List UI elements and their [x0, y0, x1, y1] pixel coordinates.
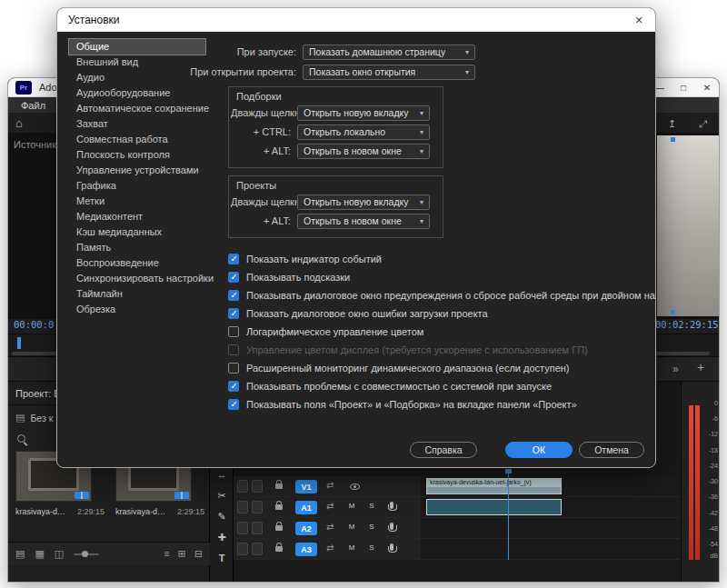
- sync-lock-icon[interactable]: ⇄: [326, 522, 334, 532]
- checkbox-row[interactable]: Расширенный мониторинг динамического диа…: [228, 359, 646, 377]
- project-panel-toolbar: ▤ ▦ ◫ ≡ ⊞ ⊟: [8, 542, 210, 565]
- audio-meter-bar: [689, 405, 693, 560]
- checkbox-row[interactable]: Показывать проблемы с совместимостью с с…: [228, 377, 646, 395]
- razor-tool[interactable]: ✂: [210, 490, 234, 502]
- track-select-tool[interactable]: ↔: [210, 469, 234, 480]
- bins-double-click-select[interactable]: Открыть новую вкладку ▾: [297, 105, 430, 121]
- startup-select[interactable]: Показать домашнюю страницу ▾: [303, 45, 475, 60]
- bins-ctrl-select[interactable]: Открыть локально ▾: [297, 125, 430, 140]
- solo-button[interactable]: S: [366, 502, 377, 510]
- track-badge[interactable]: V1: [295, 480, 317, 493]
- track-badge[interactable]: A1: [295, 501, 317, 514]
- mute-button[interactable]: M: [346, 543, 357, 552]
- voiceover-mic-icon[interactable]: [390, 523, 393, 530]
- checkbox[interactable]: [228, 254, 239, 264]
- checkbox[interactable]: [228, 272, 239, 283]
- panel-more-icon[interactable]: »: [672, 363, 679, 375]
- lock-icon[interactable]: [275, 546, 283, 552]
- checkbox-row[interactable]: Показывать подсказки: [228, 268, 646, 286]
- lock-icon[interactable]: [275, 483, 283, 489]
- checkbox[interactable]: [228, 326, 239, 337]
- video-clip[interactable]: krasivaya-devuska-tan-uet-jarko_(v): [426, 478, 562, 494]
- track-badge[interactable]: A3: [295, 543, 317, 556]
- hand-tool[interactable]: ✚: [210, 532, 234, 543]
- checkbox[interactable]: [228, 363, 239, 374]
- home-icon[interactable]: ⌂: [15, 116, 23, 130]
- checkbox-label: Расширенный мониторинг динамического диа…: [246, 363, 570, 374]
- field-label: + ALT:: [231, 145, 297, 156]
- fullscreen-icon[interactable]: ⤢: [699, 118, 707, 130]
- ok-button[interactable]: ОК: [505, 442, 573, 458]
- field-label: При открытии проекта:: [184, 66, 303, 77]
- new-bin-icon[interactable]: ⊞: [178, 549, 186, 559]
- maximize-button[interactable]: □: [672, 78, 695, 96]
- menu-file[interactable]: Файл: [14, 100, 53, 111]
- field-label: Дважды щелкните:: [231, 107, 297, 118]
- solo-button[interactable]: S: [366, 523, 377, 531]
- projects-double-click-select[interactable]: Открыть новую вкладку ▾: [297, 194, 430, 210]
- delete-icon[interactable]: ⊟: [194, 549, 203, 559]
- checkbox-row[interactable]: Показать индикатор событий: [228, 250, 646, 268]
- sync-lock-icon[interactable]: ⇄: [326, 501, 334, 511]
- list-view-icon[interactable]: ▤: [15, 549, 25, 559]
- checkbox-row[interactable]: Показывать поля «Проект» и «Подборка» на…: [228, 395, 646, 414]
- mute-button[interactable]: M: [346, 523, 357, 531]
- type-tool[interactable]: T: [210, 553, 234, 563]
- track-badge[interactable]: A2: [295, 522, 317, 535]
- open-project-select[interactable]: Показать окно открытия ▾: [303, 65, 475, 80]
- audio-clip[interactable]: [426, 499, 562, 515]
- projects-alt-select[interactable]: Открыть в новом окне ▾: [297, 214, 430, 229]
- transform-handle[interactable]: [671, 310, 675, 314]
- bin-row[interactable]: ▤ Без к: [15, 412, 53, 424]
- timeline-playhead[interactable]: [508, 469, 509, 560]
- bins-alt-select[interactable]: Открыть в новом окне ▾: [297, 144, 430, 159]
- source-patch[interactable]: [252, 522, 263, 534]
- program-timecode[interactable]: 00:02:29:15: [655, 319, 719, 330]
- checkbox-row[interactable]: Показать диалоговое окно ошибки загрузки…: [228, 304, 646, 323]
- source-patch[interactable]: [237, 501, 248, 513]
- cancel-button[interactable]: Отмена: [579, 442, 644, 458]
- lock-icon[interactable]: [275, 504, 283, 510]
- source-patch[interactable]: [237, 543, 248, 555]
- source-patch[interactable]: [252, 480, 263, 493]
- sync-lock-icon[interactable]: ⇄: [326, 480, 334, 490]
- icon-view-icon[interactable]: ▦: [35, 549, 44, 559]
- checkbox-row[interactable]: Управление цветом дисплея (требуется уск…: [228, 341, 646, 359]
- help-button[interactable]: Справка: [410, 442, 477, 458]
- search-icon[interactable]: [17, 434, 25, 443]
- export-icon[interactable]: ↥: [668, 118, 676, 130]
- audio-meters-panel: 0 -6 -12 -18 -24 -30 -36 -42 -48 -54 dB: [681, 382, 720, 583]
- lock-icon[interactable]: [275, 525, 283, 531]
- track-lane[interactable]: [421, 518, 681, 538]
- close-button[interactable]: ✕: [695, 78, 719, 96]
- sync-lock-icon[interactable]: ⇄: [326, 543, 334, 553]
- checkbox[interactable]: [228, 308, 239, 319]
- transform-handle[interactable]: [671, 137, 675, 142]
- source-timecode[interactable]: 00:00:0: [14, 319, 54, 330]
- checkbox[interactable]: [228, 344, 239, 355]
- zoom-slider[interactable]: [74, 553, 99, 555]
- panel-add-icon[interactable]: +: [697, 360, 704, 374]
- sort-icon[interactable]: ≡: [164, 549, 169, 559]
- scrubber-playhead[interactable]: [17, 337, 21, 349]
- checkbox-row[interactable]: Показывать диалоговое окно предупреждени…: [228, 286, 646, 304]
- solo-button[interactable]: S: [366, 543, 377, 552]
- source-patch[interactable]: [237, 480, 248, 493]
- pen-tool[interactable]: ✎: [210, 511, 234, 523]
- source-patch[interactable]: [237, 522, 248, 534]
- freeform-view-icon[interactable]: ◫: [55, 549, 64, 559]
- checkbox[interactable]: [228, 290, 239, 301]
- checkbox[interactable]: [228, 399, 239, 410]
- track-lane[interactable]: [421, 539, 681, 559]
- mute-button[interactable]: M: [346, 502, 357, 510]
- toggle-track-output-icon[interactable]: [350, 483, 360, 490]
- dialog-close-icon[interactable]: ✕: [622, 8, 655, 32]
- checkbox-list: Показать индикатор событий Показывать по…: [228, 250, 646, 414]
- checkbox[interactable]: [228, 381, 239, 392]
- dialog-title: Установки: [68, 14, 119, 26]
- checkbox-row[interactable]: Логарифмическое управление цветом: [228, 323, 646, 341]
- source-patch[interactable]: [252, 501, 263, 513]
- source-patch[interactable]: [252, 543, 263, 555]
- voiceover-mic-icon[interactable]: [390, 502, 393, 509]
- voiceover-mic-icon[interactable]: [390, 543, 393, 551]
